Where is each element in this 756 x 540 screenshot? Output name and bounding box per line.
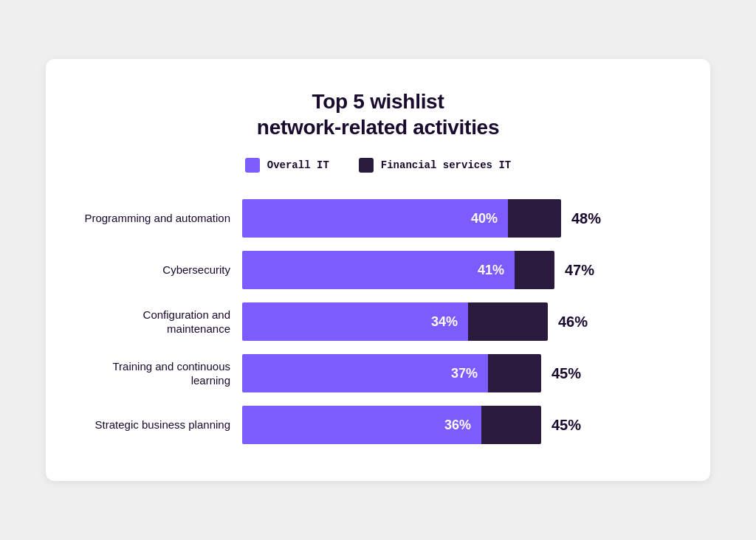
bar-dark — [508, 199, 561, 238]
bar-outside-label: 45% — [551, 365, 581, 382]
chart-row: Training and continuous learning 37% 45% — [83, 354, 673, 392]
row-label: Cybersecurity — [83, 263, 230, 277]
chart-row: Strategic business planning 36% 45% — [83, 406, 673, 444]
legend-financial-label: Financial services IT — [381, 159, 511, 171]
legend-swatch-financial — [359, 158, 374, 173]
bar-purple-label: 36% — [444, 418, 471, 433]
bar-track: 34% — [242, 302, 548, 341]
legend-financial: Financial services IT — [359, 158, 511, 173]
row-label: Programming and automation — [83, 211, 230, 226]
legend-overall-label: Overall IT — [267, 159, 329, 171]
bar-purple: 34% — [242, 302, 468, 341]
chart-legend: Overall IT Financial services IT — [83, 158, 673, 173]
bar-dark — [468, 302, 548, 341]
chart-rows: Programming and automation 40% 48% Cyber… — [83, 199, 673, 444]
bar-dark — [515, 251, 554, 289]
bar-container: 34% 46% — [242, 302, 673, 341]
bar-container: 36% 45% — [242, 406, 673, 444]
bar-outside-label: 48% — [571, 210, 601, 227]
bar-purple-label: 40% — [471, 211, 498, 226]
bar-container: 40% 48% — [242, 199, 673, 238]
row-label: Configuration and maintenance — [83, 308, 230, 336]
bar-container: 37% 45% — [242, 354, 673, 392]
bar-outside-label: 46% — [558, 314, 588, 330]
bar-track: 41% — [242, 251, 554, 289]
bar-purple-label: 37% — [451, 366, 478, 381]
bar-purple: 40% — [242, 199, 508, 238]
bar-track: 37% — [242, 354, 541, 392]
bar-purple: 36% — [242, 406, 481, 444]
bar-purple-label: 41% — [478, 263, 504, 278]
bar-outside-label: 47% — [565, 262, 594, 279]
bar-purple: 41% — [242, 251, 515, 289]
bar-dark — [481, 406, 541, 444]
chart-row: Cybersecurity 41% 47% — [83, 251, 673, 289]
bar-dark — [488, 354, 541, 392]
chart-title: Top 5 wishlist network-related activitie… — [83, 89, 673, 140]
bar-track: 40% — [242, 199, 561, 238]
legend-swatch-overall — [245, 158, 260, 173]
bar-container: 41% 47% — [242, 251, 673, 289]
row-label: Strategic business planning — [83, 418, 230, 432]
chart-card: Top 5 wishlist network-related activitie… — [46, 59, 710, 481]
bar-track: 36% — [242, 406, 541, 444]
bar-purple-label: 34% — [431, 314, 458, 330]
legend-overall: Overall IT — [245, 158, 329, 173]
row-label: Training and continuous learning — [83, 359, 230, 388]
bar-outside-label: 45% — [551, 417, 581, 434]
bar-purple: 37% — [242, 354, 488, 392]
chart-row: Programming and automation 40% 48% — [83, 199, 673, 238]
chart-row: Configuration and maintenance 34% 46% — [83, 302, 673, 341]
